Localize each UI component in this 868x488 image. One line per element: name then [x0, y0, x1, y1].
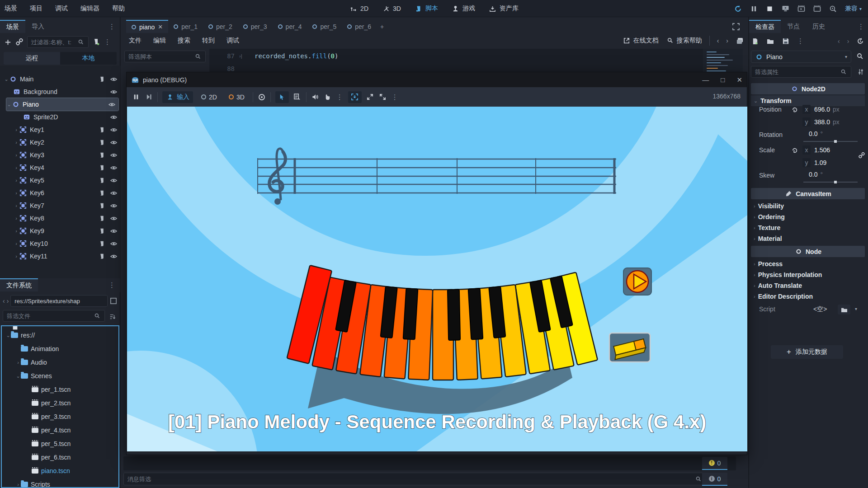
remote-play-icon[interactable]: [782, 5, 790, 13]
expand-arrow-icon[interactable]: ›: [14, 127, 19, 132]
visibility-eye-icon[interactable]: [109, 176, 118, 184]
tree-row-piano-selected[interactable]: ⌄ Piano: [6, 98, 118, 111]
script-icon[interactable]: [98, 189, 106, 197]
visibility-eye-icon[interactable]: [109, 239, 118, 248]
group-texture[interactable]: ›Texture: [751, 222, 865, 233]
skew-slider[interactable]: [803, 182, 858, 183]
fs-back-button[interactable]: ‹: [3, 297, 5, 305]
sort-files-icon[interactable]: [108, 313, 117, 321]
visibility-eye-icon[interactable]: [109, 151, 118, 159]
maximize-button[interactable]: □: [721, 76, 725, 84]
script-tab-piano[interactable]: piano ✕: [126, 20, 168, 33]
visibility-eye-icon[interactable]: [109, 189, 118, 197]
stretch-icon[interactable]: [379, 93, 387, 101]
tree-row-background[interactable]: Background: [0, 85, 120, 98]
script-icon[interactable]: [98, 75, 106, 83]
scene-tree-menu-icon[interactable]: ⋮: [104, 38, 111, 46]
edit-back-button[interactable]: ‹: [838, 38, 840, 45]
revert-icon[interactable]: [791, 146, 799, 155]
fold-region-icon[interactable]: ›|: [239, 53, 242, 59]
group-physics-interpolation[interactable]: ›Physics Interpolation: [751, 269, 865, 280]
collapse-arrow-icon[interactable]: ⌄: [15, 373, 21, 379]
workspace-assetlib[interactable]: 资产库: [489, 5, 519, 13]
expand-arrow-icon[interactable]: ›: [14, 253, 19, 259]
revert-icon[interactable]: [791, 106, 799, 114]
history-icon[interactable]: [856, 37, 864, 45]
tree-row-sprite2d[interactable]: Sprite2D: [0, 111, 120, 123]
message-filter-input[interactable]: [127, 476, 694, 483]
fs-path-box[interactable]: [10, 295, 108, 307]
group-auto-translate[interactable]: ›Auto Translate: [751, 280, 865, 291]
script-icon[interactable]: [98, 239, 106, 248]
tab-history[interactable]: 历史: [806, 20, 831, 33]
warnings-count-button[interactable]: ! 0: [702, 457, 727, 470]
group-material[interactable]: ›Material: [751, 233, 865, 244]
visibility-eye-icon[interactable]: [109, 126, 118, 134]
close-icon[interactable]: ✕: [158, 23, 163, 30]
search-help-button[interactable]: 搜索帮助: [666, 37, 702, 45]
visibility-eye-icon[interactable]: [109, 164, 118, 172]
movie-frame-icon[interactable]: [813, 5, 821, 13]
group-visibility[interactable]: ›Visibility: [751, 201, 865, 211]
tab-scene[interactable]: 场景: [0, 20, 25, 33]
expand-arrow-icon[interactable]: ›: [14, 165, 19, 170]
file-row-audio[interactable]: ›Audio: [2, 356, 118, 369]
script-tab-per5[interactable]: per_5: [307, 20, 342, 33]
script-menu-file[interactable]: 文件: [129, 37, 142, 45]
more-options-icon[interactable]: ⋮: [392, 93, 399, 101]
visibility-eye-icon[interactable]: [109, 113, 118, 121]
add-node-button[interactable]: [4, 38, 12, 46]
visibility-eye-icon[interactable]: [109, 138, 118, 146]
property-tools-icon[interactable]: [857, 68, 865, 76]
tree-row-key[interactable]: ›Key11: [0, 250, 120, 263]
tree-row-key[interactable]: ›Key9: [0, 225, 120, 237]
next-frame-icon[interactable]: [145, 93, 153, 101]
tree-row-key[interactable]: ›Key6: [0, 187, 120, 199]
more-options-icon[interactable]: ⋮: [336, 93, 344, 101]
group-ordering[interactable]: ›Ordering: [751, 211, 865, 222]
game-window-titlebar[interactable]: piano (DEBUG) — □ ✕: [127, 72, 747, 87]
scene-dock-menu-icon[interactable]: ⋮: [108, 23, 116, 31]
file-row-scripts[interactable]: ›Scripts: [2, 478, 118, 488]
filesystem-menu-icon[interactable]: ⋮: [108, 281, 116, 289]
inspector-menu-icon[interactable]: ⋮: [858, 23, 865, 31]
tree-row-key[interactable]: ›Key3: [0, 149, 120, 161]
file-row-scenes[interactable]: ⌄Scenes: [2, 370, 118, 382]
scale-y-field[interactable]: y 1.09: [802, 158, 826, 167]
file-row-scene-file[interactable]: per_5.tscn: [2, 437, 118, 450]
expand-arrow-icon[interactable]: ›: [15, 360, 21, 365]
script-filter-input[interactable]: [128, 53, 194, 60]
attach-script-button[interactable]: [92, 38, 100, 46]
category-node2d[interactable]: Node2D: [751, 83, 865, 94]
play-button[interactable]: [623, 268, 651, 295]
movie-play-icon[interactable]: [797, 5, 806, 13]
expand-arrow-icon[interactable]: ›: [14, 228, 19, 234]
node-selector-dropdown[interactable]: Piano ▾: [751, 51, 851, 63]
script-menu-goto[interactable]: 转到: [202, 37, 215, 45]
resource-menu-icon[interactable]: ⋮: [797, 37, 804, 45]
message-filter-box[interactable]: [123, 473, 707, 485]
edit-forward-button[interactable]: ›: [847, 38, 849, 45]
script-icon[interactable]: [98, 176, 106, 184]
skew-field[interactable]: 0.0 °: [809, 171, 823, 178]
tab-remote[interactable]: 远程: [4, 52, 60, 65]
tree-row-key[interactable]: ›Key2: [0, 136, 120, 149]
fs-forward-button[interactable]: ›: [7, 297, 9, 305]
script-icon[interactable]: [98, 138, 106, 146]
input-mode-button[interactable]: 输入: [162, 91, 193, 103]
close-button[interactable]: ✕: [736, 76, 742, 84]
tab-inspector[interactable]: 检查器: [749, 20, 781, 33]
open-docs-icon[interactable]: [856, 52, 864, 61]
scene-filter-field[interactable]: [31, 39, 77, 46]
new-tab-button[interactable]: +: [377, 20, 387, 33]
tree-row-key[interactable]: ›Key8: [0, 212, 120, 225]
add-metadata-button[interactable]: + 添加元数据: [771, 345, 843, 359]
tree-row-main[interactable]: ⌄ Main: [0, 73, 120, 85]
tab-local[interactable]: 本地: [60, 52, 117, 65]
property-filter-input[interactable]: [755, 69, 840, 75]
save-icon[interactable]: [782, 37, 790, 45]
distraction-free-icon[interactable]: [732, 23, 740, 31]
tab-node[interactable]: 节点: [781, 20, 806, 33]
minimize-button[interactable]: —: [702, 76, 709, 84]
script-icon[interactable]: [98, 151, 106, 159]
